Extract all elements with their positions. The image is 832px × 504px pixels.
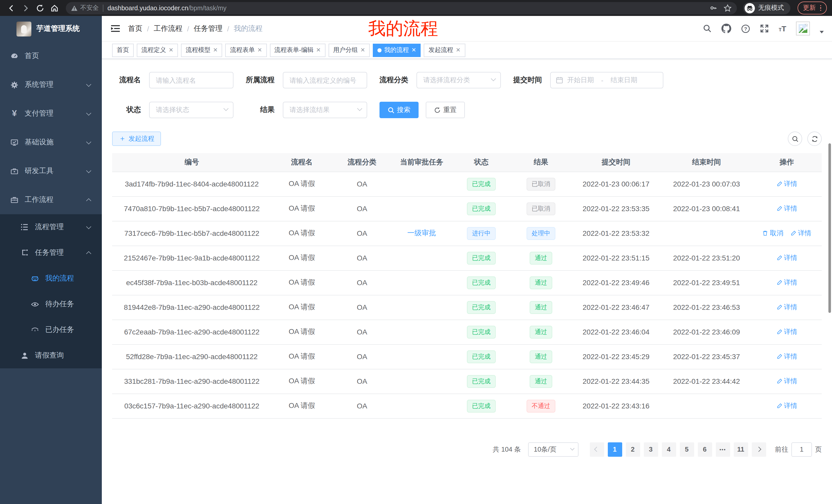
status-select[interactable]: 请选择状态 [149, 102, 233, 118]
sidebar-item-workflow[interactable]: 工作流程 [0, 186, 102, 214]
detail-button[interactable]: 详情 [776, 376, 797, 386]
prev-page-button[interactable] [590, 442, 604, 456]
table-toolbar: ＋ 发起流程 [112, 132, 822, 146]
scrollbar-thumb[interactable] [828, 143, 831, 313]
page-button-6[interactable]: 6 [698, 442, 712, 456]
detail-button[interactable]: 详情 [790, 229, 811, 238]
key-icon[interactable] [709, 4, 717, 12]
forward-icon[interactable] [20, 2, 32, 14]
sidebar-item-leave-query[interactable]: 请假查询 [0, 343, 102, 368]
bookmark-star-icon[interactable] [723, 4, 731, 12]
detail-button[interactable]: 详情 [776, 327, 797, 337]
create-process-button[interactable]: ＋ 发起流程 [112, 132, 161, 146]
github-icon[interactable] [722, 24, 731, 33]
url-bar[interactable]: 不安全 dashboard.yudao.iocoder.cn/bpm/task/… [66, 2, 737, 14]
sidebar-item-todo-task[interactable]: 待办任务 [0, 291, 102, 317]
page-button-11[interactable]: 11 [733, 442, 748, 456]
detail-button[interactable]: 详情 [776, 179, 797, 189]
refresh-table-button[interactable] [807, 132, 822, 146]
sidebar-item-done-task[interactable]: 已办任务 [0, 317, 102, 343]
tab-user-group[interactable]: 用户分组✕ [329, 44, 370, 57]
site-security-chip[interactable]: 不安全 [71, 4, 99, 12]
sidebar-item-payment[interactable]: ¥ 支付管理 [0, 99, 102, 128]
tab-my-process[interactable]: 我的流程✕ [373, 44, 421, 57]
table-row: 819442e8-7b9a-11ec-a290-acde48001122OA 请… [112, 295, 822, 319]
sidebar-item-process-mgmt[interactable]: 流程管理 [0, 214, 102, 240]
sidebar-item-my-process[interactable]: 我的流程 [0, 265, 102, 291]
tab-process-definition[interactable]: 流程定义✕ [137, 44, 178, 57]
tab-start-process[interactable]: 发起流程✕ [424, 44, 465, 57]
sidebar-toggle-icon[interactable] [102, 16, 128, 41]
detail-button[interactable]: 详情 [776, 352, 797, 361]
sidebar-item-system[interactable]: 系统管理 [0, 71, 102, 99]
category-select[interactable]: 请选择流程分类 [417, 72, 501, 88]
fullscreen-icon[interactable] [760, 24, 769, 33]
breadcrumb-task-mgmt[interactable]: 任务管理 [194, 24, 223, 33]
process-name-input[interactable] [149, 72, 233, 88]
chevron-down-icon [224, 106, 229, 111]
user-icon [21, 352, 29, 360]
close-icon[interactable]: ✕ [316, 47, 321, 53]
tree-icon [21, 249, 29, 257]
reset-button[interactable]: 重置 [426, 102, 465, 118]
plus-icon: ＋ [119, 134, 126, 143]
toggle-search-button[interactable] [788, 132, 802, 146]
sidebar-item-home[interactable]: 首页 [0, 41, 102, 71]
detail-button[interactable]: 详情 [776, 401, 797, 411]
page-button-3[interactable]: 3 [644, 442, 658, 456]
parent-process-input[interactable] [283, 72, 367, 88]
toolbox-icon [10, 167, 19, 175]
page-button-4[interactable]: 4 [661, 442, 676, 456]
tab-process-form[interactable]: 流程表单✕ [226, 44, 267, 57]
parent-process-label: 所属流程 [246, 76, 275, 85]
sidebar-item-infra[interactable]: 基础设施 [0, 128, 102, 157]
detail-button[interactable]: 详情 [776, 253, 797, 262]
close-icon[interactable]: ✕ [361, 47, 365, 53]
page-button-1[interactable]: 1 [607, 442, 622, 456]
back-icon[interactable] [5, 2, 18, 14]
navbar: 首页 / 工作流程 / 任务管理 / 我的流程 我的流程 ? TT [102, 16, 832, 41]
status-badge: 已完成 [467, 399, 496, 412]
avatar[interactable] [796, 22, 810, 35]
tab-process-form-edit[interactable]: 流程表单-编辑✕ [270, 44, 325, 57]
help-icon[interactable]: ? [741, 24, 751, 33]
app-logo-row[interactable]: 芋道管理系统 [0, 16, 102, 41]
sidebar-item-devtools[interactable]: 研发工具 [0, 157, 102, 186]
next-page-button[interactable] [752, 442, 766, 456]
app-title: 芋道管理系统 [36, 24, 80, 33]
close-icon[interactable]: ✕ [257, 47, 262, 53]
close-icon[interactable]: ✕ [411, 47, 416, 53]
url-text[interactable]: dashboard.yudao.iocoder.cn/bpm/task/my [107, 4, 705, 11]
cancel-button[interactable]: 取消 [762, 229, 783, 238]
detail-button[interactable]: 详情 [776, 204, 797, 213]
search-button[interactable]: 搜索 [380, 102, 419, 118]
search-icon[interactable] [703, 24, 712, 33]
tab-process-model[interactable]: 流程模型✕ [181, 44, 222, 57]
browser-menu-icon[interactable] [820, 5, 821, 11]
tab-home[interactable]: 首页 [112, 44, 134, 57]
result-select[interactable]: 请选择流结果 [283, 102, 367, 118]
close-icon[interactable]: ✕ [456, 47, 461, 53]
submit-time-range-picker[interactable]: 开始日期 - 结束日期 [550, 72, 663, 88]
table-row: 7470a810-7b9b-11ec-b5b7-acde48001122OA 请… [112, 196, 822, 221]
breadcrumb-workflow[interactable]: 工作流程 [154, 24, 183, 33]
reload-icon[interactable] [34, 2, 46, 14]
breadcrumb-home[interactable]: 首页 [128, 24, 142, 33]
table-row: 03c6c157-7b9a-11ec-a290-acde48001122OA 请… [112, 394, 822, 418]
status-badge: 已完成 [467, 251, 496, 264]
close-icon[interactable]: ✕ [169, 47, 173, 53]
close-icon[interactable]: ✕ [213, 47, 217, 53]
page-size-select[interactable]: 10条/页 [528, 442, 578, 456]
home-icon[interactable] [48, 2, 61, 14]
sidebar-item-task-mgmt[interactable]: 任务管理 [0, 240, 102, 265]
page-button-5[interactable]: 5 [679, 442, 694, 456]
detail-button[interactable]: 详情 [776, 278, 797, 287]
page-button-2[interactable]: 2 [626, 442, 640, 456]
more-pages-button[interactable]: ••• [716, 442, 730, 456]
goto-page-input[interactable] [791, 442, 812, 456]
current-task-link[interactable]: 一级审批 [392, 221, 451, 246]
detail-button[interactable]: 详情 [776, 303, 797, 312]
avatar-dropdown-icon[interactable] [820, 31, 824, 33]
font-size-icon[interactable]: TT [779, 25, 786, 32]
browser-update-button[interactable]: 更新 [797, 2, 827, 15]
